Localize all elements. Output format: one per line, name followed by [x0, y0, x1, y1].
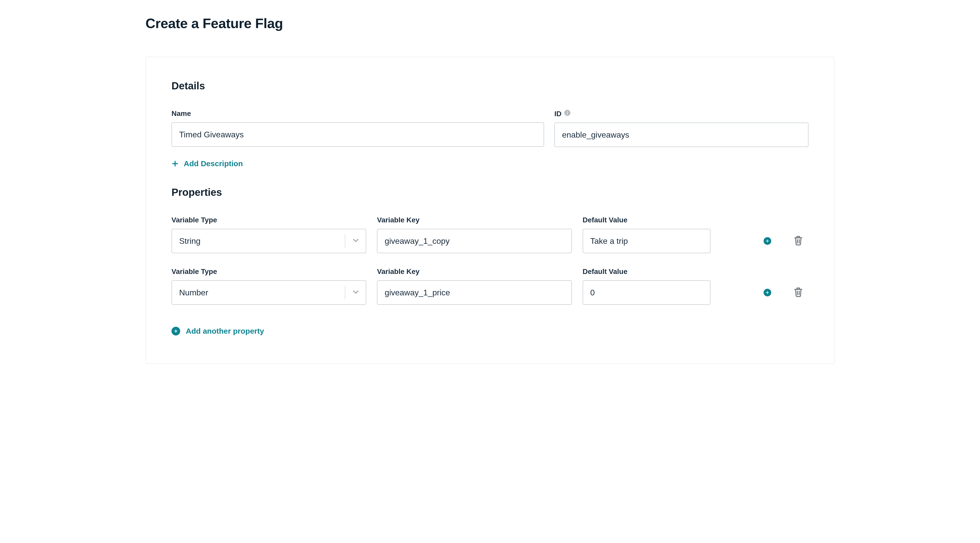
variable-type-value: Number	[179, 288, 208, 298]
trash-icon	[793, 235, 803, 246]
add-description-button[interactable]: Add Description	[172, 159, 243, 168]
add-property-button[interactable]: Add another property	[172, 327, 264, 336]
select-divider	[345, 286, 345, 299]
delete-property-button[interactable]	[793, 287, 803, 298]
variable-key-input[interactable]	[377, 280, 572, 305]
variable-type-select[interactable]: Number	[172, 280, 366, 305]
name-label: Name	[172, 110, 544, 118]
circle-plus-icon	[172, 327, 180, 336]
page-title: Create a Feature Flag	[145, 15, 835, 31]
delete-property-button[interactable]	[793, 235, 803, 247]
variable-type-select[interactable]: String	[172, 229, 366, 253]
details-heading: Details	[172, 80, 808, 92]
property-row: Variable Type String Variable Key	[172, 216, 808, 253]
select-divider	[345, 234, 345, 248]
variable-key-input[interactable]	[377, 229, 572, 253]
variable-key-label: Variable Key	[377, 268, 572, 276]
add-value-button[interactable]	[764, 289, 771, 296]
add-value-button[interactable]	[764, 237, 771, 245]
info-icon[interactable]	[564, 110, 571, 118]
default-value-input[interactable]	[583, 229, 711, 253]
default-value-label: Default Value	[583, 216, 777, 224]
default-value-input[interactable]	[583, 280, 711, 305]
properties-heading: Properties	[172, 186, 808, 198]
property-row: Variable Type Number Variable Key	[172, 268, 808, 305]
id-input[interactable]	[554, 123, 808, 147]
trash-icon	[793, 287, 803, 298]
default-value-label: Default Value	[583, 268, 777, 276]
circle-plus-icon	[764, 237, 771, 245]
svg-point-2	[567, 111, 568, 112]
variable-type-label: Variable Type	[172, 268, 366, 276]
form-card: Details Name ID Add Description	[145, 57, 835, 364]
variable-type-label: Variable Type	[172, 216, 366, 224]
variable-type-value: String	[179, 236, 200, 246]
id-label: ID	[554, 110, 562, 118]
add-property-label: Add another property	[186, 327, 264, 336]
name-input[interactable]	[172, 122, 544, 147]
svg-rect-1	[567, 112, 568, 115]
circle-plus-icon	[764, 289, 771, 296]
variable-key-label: Variable Key	[377, 216, 572, 224]
add-description-label: Add Description	[184, 159, 243, 168]
plus-icon	[172, 160, 179, 167]
